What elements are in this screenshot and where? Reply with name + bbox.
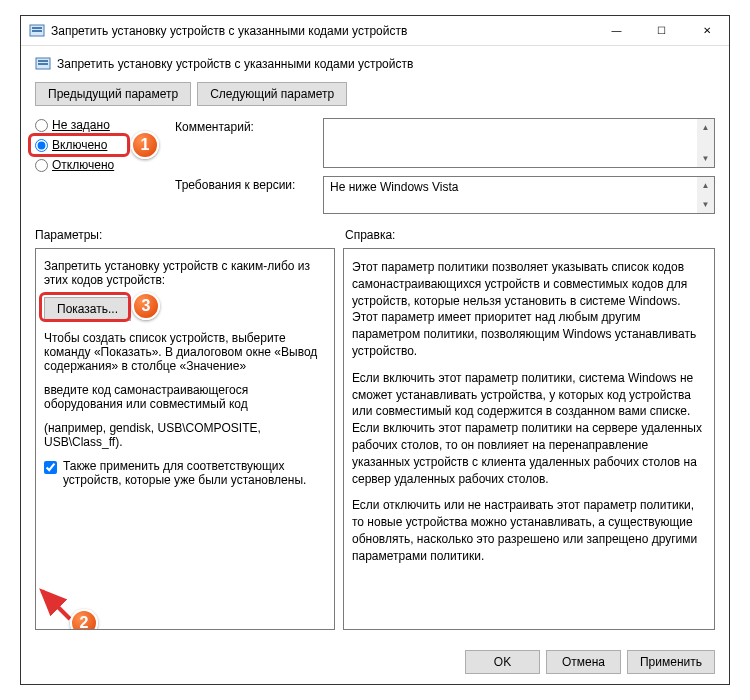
requirements-text: Не ниже Windows Vista <box>330 180 459 194</box>
svg-line-7 <box>42 591 70 619</box>
comment-input[interactable]: ▲ ▼ <box>323 118 715 168</box>
scrollbar[interactable]: ▲ ▼ <box>697 119 714 167</box>
radio-not-configured-label[interactable]: Не задано <box>52 118 110 132</box>
comment-label: Комментарий: <box>175 118 323 168</box>
apply-existing-checkbox[interactable] <box>44 461 57 474</box>
param-desc-1: Запретить установку устройств с каким-ли… <box>44 259 326 287</box>
annotation-badge-2: 2 <box>70 609 98 630</box>
show-button[interactable]: Показать... <box>44 297 131 321</box>
param-desc-2: Чтобы создать список устройств, выберите… <box>44 331 326 373</box>
requirements-box: Не ниже Windows Vista ▲ ▼ <box>323 176 715 214</box>
apply-existing-label[interactable]: Также применить для соответствующих устр… <box>63 459 326 487</box>
parameters-panel: Запретить установку устройств с каким-ли… <box>35 248 335 630</box>
help-label: Справка: <box>345 228 715 242</box>
app-icon <box>29 23 45 39</box>
titlebar: Запретить установку устройств с указанны… <box>21 16 729 46</box>
close-button[interactable]: ✕ <box>684 16 729 45</box>
maximize-button[interactable]: ☐ <box>639 16 684 45</box>
svg-rect-4 <box>38 60 48 62</box>
next-setting-button[interactable]: Следующий параметр <box>197 82 347 106</box>
radio-enabled-label[interactable]: Включено <box>52 138 107 152</box>
cancel-button[interactable]: Отмена <box>546 650 621 674</box>
policy-icon <box>35 56 51 72</box>
scroll-up-icon[interactable]: ▲ <box>697 119 714 136</box>
annotation-badge-3: 3 <box>132 292 160 320</box>
window-title: Запретить установку устройств с указанны… <box>51 24 594 38</box>
annotation-arrow-icon <box>35 581 74 623</box>
policy-title: Запретить установку устройств с указанны… <box>57 57 413 71</box>
param-desc-3: введите код самонастраивающегося оборудо… <box>44 383 326 411</box>
svg-rect-2 <box>32 30 42 32</box>
scroll-down-icon[interactable]: ▼ <box>697 196 714 213</box>
state-radio-group: Не задано Включено 1 Отключено <box>35 118 175 214</box>
scroll-up-icon[interactable]: ▲ <box>697 177 714 194</box>
parameters-label: Параметры: <box>35 228 345 242</box>
scrollbar[interactable]: ▲ ▼ <box>697 177 714 213</box>
radio-enabled[interactable] <box>35 139 48 152</box>
radio-disabled-label[interactable]: Отключено <box>52 158 114 172</box>
scroll-down-icon[interactable]: ▼ <box>697 150 714 167</box>
minimize-button[interactable]: — <box>594 16 639 45</box>
svg-rect-5 <box>38 63 48 65</box>
annotation-badge-1: 1 <box>131 131 159 159</box>
help-p3: Если отключить или не настраивать этот п… <box>352 497 706 564</box>
radio-disabled[interactable] <box>35 159 48 172</box>
help-p1: Этот параметр политики позволяет указыва… <box>352 259 706 360</box>
param-desc-4: (например, gendisk, USB\COMPOSITE, USB\C… <box>44 421 326 449</box>
ok-button[interactable]: OK <box>465 650 540 674</box>
apply-button[interactable]: Применить <box>627 650 715 674</box>
requirements-label: Требования к версии: <box>175 176 323 214</box>
dialog-footer: OK Отмена Применить <box>21 640 729 684</box>
help-panel: Этот параметр политики позволяет указыва… <box>343 248 715 630</box>
prev-setting-button[interactable]: Предыдущий параметр <box>35 82 191 106</box>
radio-not-configured[interactable] <box>35 119 48 132</box>
svg-rect-1 <box>32 27 42 29</box>
policy-editor-window: Запретить установку устройств с указанны… <box>20 15 730 685</box>
policy-header: Запретить установку устройств с указанны… <box>35 56 715 72</box>
help-p2: Если включить этот параметр политики, си… <box>352 370 706 488</box>
